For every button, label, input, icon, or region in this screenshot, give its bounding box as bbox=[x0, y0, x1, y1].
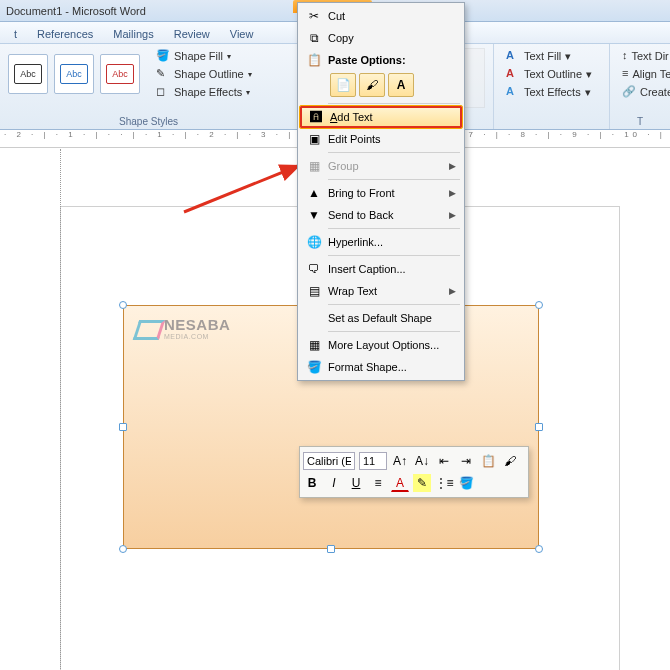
handle-se[interactable] bbox=[535, 545, 543, 553]
font-name-input[interactable] bbox=[303, 452, 355, 470]
fill-color-button[interactable]: 🪣 bbox=[457, 474, 475, 492]
handle-e[interactable] bbox=[535, 423, 543, 431]
tab-review[interactable]: Review bbox=[164, 25, 220, 43]
ctx-group: ▦Group▶ bbox=[300, 155, 462, 177]
svg-line-0 bbox=[184, 166, 298, 212]
format-icon: 🪣 bbox=[304, 359, 324, 375]
bullets-button[interactable]: ⋮≡ bbox=[435, 474, 453, 492]
text-effects-button[interactable]: AText Effects ▾ bbox=[502, 84, 601, 100]
handle-nw[interactable] bbox=[119, 301, 127, 309]
group-shape-styles: Shape Styles bbox=[8, 114, 289, 127]
tab-view[interactable]: View bbox=[220, 25, 264, 43]
ctx-more-layout[interactable]: ▦More Layout Options... bbox=[300, 334, 462, 356]
paste-option-2[interactable]: 🖌 bbox=[359, 73, 385, 97]
ctx-cut[interactable]: ✂Cut bbox=[300, 5, 462, 27]
ctx-send-back[interactable]: ▼Send to Back▶ bbox=[300, 204, 462, 226]
watermark-logo: NESABA MEDIA.COM bbox=[136, 316, 230, 340]
logo-text: NESABA bbox=[164, 316, 230, 333]
create-link-button[interactable]: 🔗Create li bbox=[618, 84, 662, 100]
window-title: Document1 - Microsoft Word bbox=[6, 5, 146, 17]
ctx-add-text[interactable]: 🅰Add Text bbox=[300, 106, 462, 128]
ctx-paste-header: 📋Paste Options: bbox=[300, 49, 462, 71]
handle-ne[interactable] bbox=[535, 301, 543, 309]
shape-style-3[interactable]: Abc bbox=[100, 54, 140, 94]
group-text: T bbox=[618, 114, 662, 127]
tab-mailings[interactable]: Mailings bbox=[103, 25, 163, 43]
text-effects-icon: A bbox=[506, 85, 520, 99]
pencil-icon: ✎ bbox=[156, 67, 170, 81]
handle-s[interactable] bbox=[327, 545, 335, 553]
text-outline-icon: A bbox=[506, 67, 520, 81]
bucket-icon: 🪣 bbox=[156, 49, 170, 63]
link-icon: 🔗 bbox=[622, 85, 636, 99]
bold-button[interactable]: B bbox=[303, 474, 321, 492]
font-color-button[interactable]: A bbox=[391, 474, 409, 492]
italic-button[interactable]: I bbox=[325, 474, 343, 492]
shape-outline-button[interactable]: ✎Shape Outline ▾ bbox=[152, 66, 256, 82]
ctx-hyperlink[interactable]: 🌐Hyperlink... bbox=[300, 231, 462, 253]
ctx-edit-points[interactable]: ▣Edit Points bbox=[300, 128, 462, 150]
mini-toolbar: A↑ A↓ ⇤ ⇥ 📋 🖌 B I U ≡ A ✎ ⋮≡ 🪣 bbox=[299, 446, 529, 498]
logo-subtext: MEDIA.COM bbox=[164, 333, 230, 340]
group-icon: ▦ bbox=[304, 158, 324, 174]
shrink-font-button[interactable]: A↓ bbox=[413, 452, 431, 470]
send-back-icon: ▼ bbox=[304, 207, 324, 223]
clipboard-icon: 📋 bbox=[304, 52, 324, 68]
logo-mark-icon bbox=[136, 316, 160, 340]
ctx-copy[interactable]: ⧉Copy bbox=[300, 27, 462, 49]
hyperlink-icon: 🌐 bbox=[304, 234, 324, 250]
effects-icon: ◻ bbox=[156, 85, 170, 99]
ctx-bring-front[interactable]: ▲Bring to Front▶ bbox=[300, 182, 462, 204]
tab-cut[interactable]: t bbox=[4, 25, 27, 43]
align-icon: ≡ bbox=[622, 67, 628, 81]
scissors-icon: ✂ bbox=[304, 8, 324, 24]
font-size-input[interactable] bbox=[359, 452, 387, 470]
edit-points-icon: ▣ bbox=[304, 131, 324, 147]
ctx-insert-caption[interactable]: 🗨Insert Caption... bbox=[300, 258, 462, 280]
indent-dec-button[interactable]: ⇤ bbox=[435, 452, 453, 470]
ctx-format-shape[interactable]: 🪣Format Shape... bbox=[300, 356, 462, 378]
text-outline-button[interactable]: AText Outline ▾ bbox=[502, 66, 601, 82]
underline-button[interactable]: U bbox=[347, 474, 365, 492]
caption-icon: 🗨 bbox=[304, 261, 324, 277]
copy-icon: ⧉ bbox=[304, 30, 324, 46]
indent-inc-button[interactable]: ⇥ bbox=[457, 452, 475, 470]
text-fill-icon: A bbox=[506, 49, 520, 63]
shape-effects-button[interactable]: ◻Shape Effects ▾ bbox=[152, 84, 256, 100]
shape-style-2[interactable]: Abc bbox=[54, 54, 94, 94]
text-direction-button[interactable]: ↕Text Dir bbox=[618, 48, 662, 64]
annotation-arrow bbox=[180, 160, 310, 220]
paste-option-1[interactable]: 📄 bbox=[330, 73, 356, 97]
shape-fill-button[interactable]: 🪣Shape Fill ▾ bbox=[152, 48, 256, 64]
paste-option-3[interactable]: A bbox=[388, 73, 414, 97]
format-painter-button[interactable]: 🖌 bbox=[501, 452, 519, 470]
center-button[interactable]: ≡ bbox=[369, 474, 387, 492]
ctx-wrap-text[interactable]: ▤Wrap Text▶ bbox=[300, 280, 462, 302]
text-dir-icon: ↕ bbox=[622, 49, 628, 63]
layout-icon: ▦ bbox=[304, 337, 324, 353]
tab-references[interactable]: References bbox=[27, 25, 103, 43]
shape-style-1[interactable]: Abc bbox=[8, 54, 48, 94]
handle-sw[interactable] bbox=[119, 545, 127, 553]
grow-font-button[interactable]: A↑ bbox=[391, 452, 409, 470]
add-text-icon: 🅰 bbox=[306, 109, 326, 125]
handle-w[interactable] bbox=[119, 423, 127, 431]
context-menu: ✂Cut ⧉Copy 📋Paste Options: 📄 🖌 A 🅰Add Te… bbox=[297, 2, 465, 381]
highlight-button[interactable]: ✎ bbox=[413, 474, 431, 492]
align-text-button[interactable]: ≡Align Te bbox=[618, 66, 662, 82]
wrap-icon: ▤ bbox=[304, 283, 324, 299]
ctx-set-default[interactable]: Set as Default Shape bbox=[300, 307, 462, 329]
text-fill-button[interactable]: AText Fill ▾ bbox=[502, 48, 601, 64]
bring-front-icon: ▲ bbox=[304, 185, 324, 201]
paste-mini-button[interactable]: 📋 bbox=[479, 452, 497, 470]
